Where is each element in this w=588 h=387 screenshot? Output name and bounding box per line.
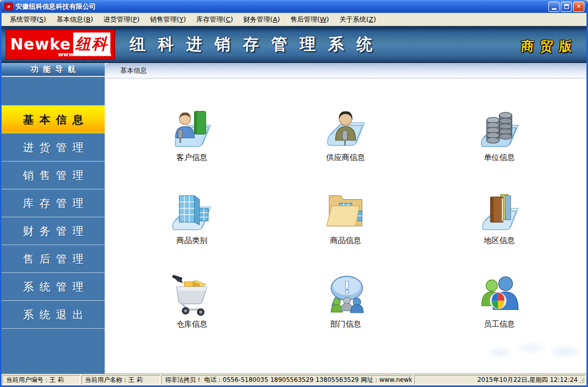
newke-logo: Newke 纽科 www.newke.com — [6, 29, 115, 59]
product-icon — [323, 189, 368, 235]
close-icon: ✕ — [576, 3, 581, 10]
module-label: 地区信息 — [484, 236, 515, 246]
menu-inventory-manage[interactable]: 库存管理(C) — [191, 13, 238, 26]
module-customer-info[interactable]: 客户信息 — [115, 93, 269, 176]
logo-text-cn: 纽科 — [75, 35, 108, 53]
menu-sales-manage[interactable]: 销售管理(Y) — [145, 13, 191, 26]
module-label: 商品类别 — [176, 236, 207, 246]
minimize-icon — [552, 8, 557, 10]
system-title: 纽科进销存管理系统 — [129, 34, 385, 55]
module-product-category[interactable]: 商品类别 — [115, 176, 269, 259]
edition-badge: 商贸版 — [520, 38, 579, 55]
main-area: 基本信息 — [105, 63, 586, 374]
category-icon — [169, 189, 215, 235]
window-title: 安徽纽科信息科技有限公司 — [15, 2, 548, 11]
status-bar: 当前用户编号：王 莉 当前用户名称：王 莉 得非法拷贝！ 电话：0556-518… — [2, 374, 586, 385]
app-logo-icon: N — [4, 3, 13, 10]
sidebar-item-finance[interactable]: 财务管理 — [2, 217, 105, 245]
maximize-icon — [564, 4, 569, 9]
supplier-icon — [323, 106, 368, 152]
unit-icon — [477, 106, 522, 152]
status-datetime: 2015年10月22日,星期四 12:12:24 — [414, 375, 585, 384]
sidebar-item-exit[interactable]: 系统退出 — [2, 301, 105, 329]
menu-bar: 系统管理(S) 基本信息(B) 进货管理(P) 销售管理(Y) 库存管理(C) … — [2, 13, 586, 26]
content-area: 客户信息 — [105, 78, 586, 374]
menu-purchase-manage[interactable]: 进货管理(P) — [99, 13, 145, 26]
tab-basic-info[interactable]: 基本信息 — [105, 63, 586, 78]
svg-text:!: ! — [343, 278, 351, 297]
module-label: 客户信息 — [176, 153, 207, 163]
sidebar-header: 功能导航 — [2, 63, 105, 77]
header-banner: Newke 纽科 www.newke.com 纽科进销存管理系统 商贸版 — [2, 26, 586, 63]
module-label: 员工信息 — [484, 319, 515, 329]
module-supplier-info[interactable]: 供应商信息 — [269, 93, 422, 176]
module-region-info[interactable]: 地区信息 — [422, 176, 576, 259]
sidebar-nav: 功能导航 基本信息 进货管理 销售管理 库存管理 财务管理 售后管理 系统管理 … — [2, 63, 105, 374]
customer-icon — [169, 106, 215, 152]
module-label: 部门信息 — [330, 319, 361, 329]
status-notice: 得非法拷贝！ 电话：0556-5180035 18905563529 13805… — [161, 375, 413, 384]
sidebar-item-sales[interactable]: 销售管理 — [2, 162, 105, 189]
module-unit-info[interactable]: 单位信息 — [422, 93, 576, 176]
menu-aftersale-manage[interactable]: 售后管理(W) — [285, 13, 334, 26]
menu-basic-info[interactable]: 基本信息(B) — [51, 13, 98, 26]
module-warehouse-info[interactable]: 仓库信息 — [115, 260, 269, 343]
sidebar-filler — [2, 329, 105, 374]
menu-finance-manage[interactable]: 财务管理(A) — [238, 13, 285, 26]
sidebar-spacer — [2, 77, 105, 106]
status-user-id: 当前用户编号：王 莉 — [3, 375, 80, 384]
sidebar-item-basic-info[interactable]: 基本信息 — [2, 106, 105, 134]
region-icon — [477, 189, 522, 235]
module-department-info[interactable]: ! 部门信息 — [269, 260, 422, 343]
minimize-button[interactable] — [548, 2, 560, 12]
sidebar-item-inventory[interactable]: 库存管理 — [2, 189, 105, 217]
app-window: N 安徽纽科信息科技有限公司 ✕ 系统管理(S) 基本信息(B) 进货管理(P)… — [0, 0, 588, 387]
module-label: 单位信息 — [484, 153, 515, 163]
menu-system-manage[interactable]: 系统管理(S) — [5, 13, 51, 26]
status-user-name: 当前用户名称：王 莉 — [81, 375, 160, 384]
title-bar: N 安徽纽科信息科技有限公司 ✕ — [2, 0, 586, 13]
datetime-text: 2015年10月22日,星期四 12:12:24 — [477, 376, 578, 384]
menu-about-system[interactable]: 关于系统(Z) — [334, 13, 381, 26]
module-label: 供应商信息 — [326, 153, 365, 163]
watermark — [479, 338, 584, 362]
maximize-button[interactable] — [561, 2, 572, 12]
sidebar-item-aftersale[interactable]: 售后管理 — [2, 245, 105, 273]
warehouse-icon — [169, 273, 215, 318]
employee-icon — [477, 273, 522, 318]
module-label: 仓库信息 — [176, 319, 207, 329]
department-icon: ! — [323, 273, 368, 318]
module-label: 商品信息 — [330, 236, 361, 246]
logo-website: www.newke.com — [58, 51, 111, 58]
module-employee-info[interactable]: 员工信息 — [422, 260, 576, 343]
close-button[interactable]: ✕ — [573, 2, 584, 12]
module-product-info[interactable]: 商品信息 — [269, 176, 422, 259]
sidebar-item-purchase[interactable]: 进货管理 — [2, 134, 105, 162]
resize-grip-icon[interactable] — [579, 378, 584, 383]
sidebar-item-system[interactable]: 系统管理 — [2, 273, 105, 301]
